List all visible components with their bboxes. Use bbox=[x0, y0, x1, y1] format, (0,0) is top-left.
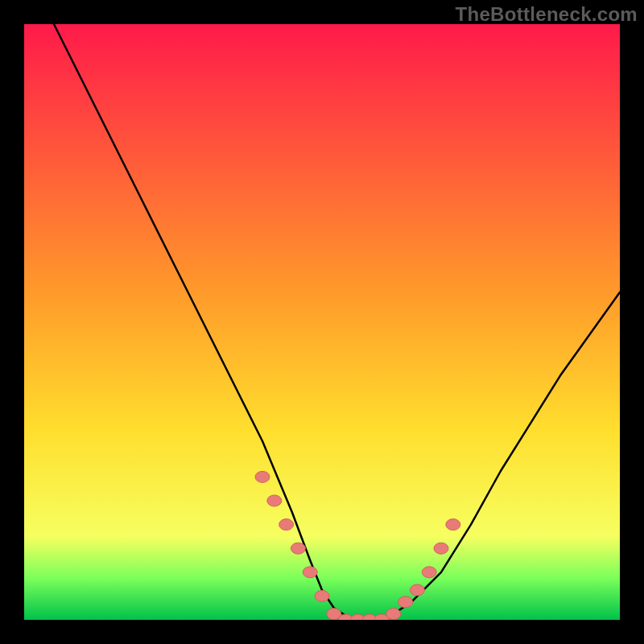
sample-point bbox=[267, 495, 282, 506]
sample-point bbox=[315, 590, 329, 601]
plot-background bbox=[24, 24, 620, 620]
sample-point bbox=[279, 519, 294, 530]
sample-point bbox=[303, 567, 317, 578]
sample-point bbox=[398, 597, 413, 608]
chart-svg bbox=[0, 0, 644, 644]
chart-frame: TheBottleneck.com bbox=[0, 0, 644, 644]
sample-point bbox=[410, 584, 424, 596]
sample-point bbox=[255, 471, 270, 482]
sample-point bbox=[291, 543, 305, 554]
watermark-text: TheBottleneck.com bbox=[456, 3, 638, 26]
sample-point bbox=[422, 567, 436, 578]
sample-point bbox=[434, 543, 448, 554]
sample-point bbox=[446, 519, 460, 530]
sample-point bbox=[386, 609, 401, 620]
